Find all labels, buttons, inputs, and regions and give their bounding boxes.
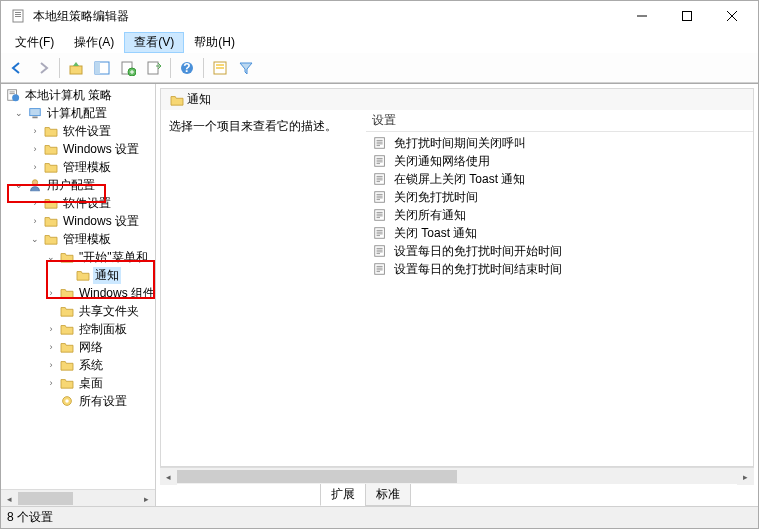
toolbar-separator [170, 58, 171, 78]
horizontal-scrollbar[interactable]: ◂ ▸ [160, 467, 754, 484]
tree-notifications[interactable]: 通知 [1, 266, 155, 284]
expand-icon[interactable]: › [45, 341, 57, 353]
tab-extended[interactable]: 扩展 [320, 484, 366, 506]
close-button[interactable] [709, 2, 754, 30]
policy-item-icon [372, 261, 388, 277]
tree-software-settings2[interactable]: › 软件设置 [1, 194, 155, 212]
svg-rect-1 [15, 12, 21, 13]
list-item-label: 设置每日的免打扰时间结束时间 [392, 261, 564, 278]
content-area: 本地计算机 策略 ⌄ 计算机配置 › 软件设置 › Windows 设置 › 管… [1, 83, 758, 506]
minimize-button[interactable] [619, 2, 664, 30]
tree-label: Windows 设置 [61, 141, 141, 158]
export-button[interactable] [142, 56, 166, 80]
details-title: 通知 [187, 91, 211, 108]
scroll-thumb[interactable] [18, 492, 73, 505]
back-button[interactable] [5, 56, 29, 80]
svg-rect-8 [70, 66, 82, 74]
scroll-right-button[interactable]: ▸ [737, 468, 754, 485]
tree-admin-templates2[interactable]: ⌄ 管理模板 [1, 230, 155, 248]
expand-icon[interactable]: › [29, 125, 41, 137]
window-title: 本地组策略编辑器 [33, 8, 619, 25]
tree-shared-folders[interactable]: 共享文件夹 [1, 302, 155, 320]
scroll-left-button[interactable]: ◂ [160, 468, 177, 485]
collapse-icon[interactable]: ⌄ [13, 179, 25, 191]
horizontal-scrollbar[interactable]: ◂ ▸ [1, 489, 155, 506]
tree-root[interactable]: 本地计算机 策略 [1, 86, 155, 104]
list-item[interactable]: 在锁屏上关闭 Toast 通知 [366, 170, 753, 188]
expand-icon[interactable]: › [45, 377, 57, 389]
folder-icon [169, 92, 185, 108]
tree-start-menu[interactable]: ⌄ "开始"菜单和 [1, 248, 155, 266]
menu-action[interactable]: 操作(A) [64, 32, 124, 53]
tree-windows-settings[interactable]: › Windows 设置 [1, 140, 155, 158]
expand-icon[interactable]: › [45, 287, 57, 299]
options-button[interactable] [208, 56, 232, 80]
tree-network[interactable]: › 网络 [1, 338, 155, 356]
list-item[interactable]: 关闭免打扰时间 [366, 188, 753, 206]
tree-windows-settings2[interactable]: › Windows 设置 [1, 212, 155, 230]
policy-item-icon [372, 243, 388, 259]
tree-label: 通知 [93, 267, 121, 284]
list-item-label: 免打扰时间期间关闭呼叫 [392, 135, 528, 152]
column-header-setting[interactable]: 设置 [366, 110, 753, 132]
expand-icon[interactable]: › [29, 215, 41, 227]
tab-standard[interactable]: 标准 [365, 484, 411, 506]
tree-label: 用户配置 [45, 177, 97, 194]
collapse-icon[interactable]: ⌄ [13, 107, 25, 119]
policy-item-icon [372, 171, 388, 187]
expand-icon[interactable]: › [45, 359, 57, 371]
scroll-right-button[interactable]: ▸ [138, 490, 155, 506]
tree-system[interactable]: › 系统 [1, 356, 155, 374]
list-item-label: 关闭通知网络使用 [392, 153, 492, 170]
tree-desktop[interactable]: › 桌面 [1, 374, 155, 392]
tree-computer-config[interactable]: ⌄ 计算机配置 [1, 104, 155, 122]
expand-icon[interactable]: › [29, 143, 41, 155]
expand-icon[interactable]: › [29, 161, 41, 173]
show-hide-tree-button[interactable] [90, 56, 114, 80]
filter-button[interactable] [234, 56, 258, 80]
list-item[interactable]: 设置每日的免打扰时间开始时间 [366, 242, 753, 260]
tree-view[interactable]: 本地计算机 策略 ⌄ 计算机配置 › 软件设置 › Windows 设置 › 管… [1, 84, 155, 489]
tree-control-panel[interactable]: › 控制面板 [1, 320, 155, 338]
tree-software-settings[interactable]: › 软件设置 [1, 122, 155, 140]
menu-help[interactable]: 帮助(H) [184, 32, 245, 53]
scroll-left-button[interactable]: ◂ [1, 490, 18, 506]
forward-button[interactable] [31, 56, 55, 80]
status-bar: 8 个设置 [1, 506, 758, 528]
collapse-icon[interactable]: ⌄ [45, 251, 57, 263]
tree-admin-templates[interactable]: › 管理模板 [1, 158, 155, 176]
svg-rect-24 [32, 117, 37, 119]
list-item[interactable]: 关闭 Toast 通知 [366, 224, 753, 242]
tree-windows-components[interactable]: › Windows 组件 [1, 284, 155, 302]
svg-rect-28 [375, 138, 385, 149]
svg-rect-23 [30, 109, 41, 116]
tree-label: 管理模板 [61, 231, 113, 248]
svg-rect-5 [682, 12, 691, 21]
expand-icon[interactable]: › [29, 197, 41, 209]
up-button[interactable] [64, 56, 88, 80]
svg-rect-18 [216, 67, 224, 69]
list-item[interactable]: 设置每日的免打扰时间结束时间 [366, 260, 753, 278]
list-item[interactable]: 免打扰时间期间关闭呼叫 [366, 134, 753, 152]
svg-rect-58 [375, 246, 385, 257]
computer-icon [27, 105, 43, 121]
tree-label: 本地计算机 策略 [23, 87, 114, 104]
folder-icon [59, 375, 75, 391]
expand-icon[interactable]: › [45, 323, 57, 335]
scroll-thumb[interactable] [177, 470, 457, 483]
tree-user-config[interactable]: ⌄ 用户配置 [1, 176, 155, 194]
svg-rect-63 [375, 264, 385, 275]
maximize-button[interactable] [664, 2, 709, 30]
folder-icon [43, 159, 59, 175]
svg-rect-10 [95, 62, 100, 74]
help-button[interactable]: ? [175, 56, 199, 80]
list-item[interactable]: 关闭通知网络使用 [366, 152, 753, 170]
collapse-icon[interactable]: ⌄ [29, 233, 41, 245]
list-body[interactable]: 免打扰时间期间关闭呼叫关闭通知网络使用在锁屏上关闭 Toast 通知关闭免打扰时… [366, 132, 753, 466]
list-item-label: 关闭所有通知 [392, 207, 468, 224]
menu-view[interactable]: 查看(V) [124, 32, 184, 53]
menu-file[interactable]: 文件(F) [5, 32, 64, 53]
list-item[interactable]: 关闭所有通知 [366, 206, 753, 224]
tree-all-settings[interactable]: 所有设置 [1, 392, 155, 410]
properties-button[interactable] [116, 56, 140, 80]
